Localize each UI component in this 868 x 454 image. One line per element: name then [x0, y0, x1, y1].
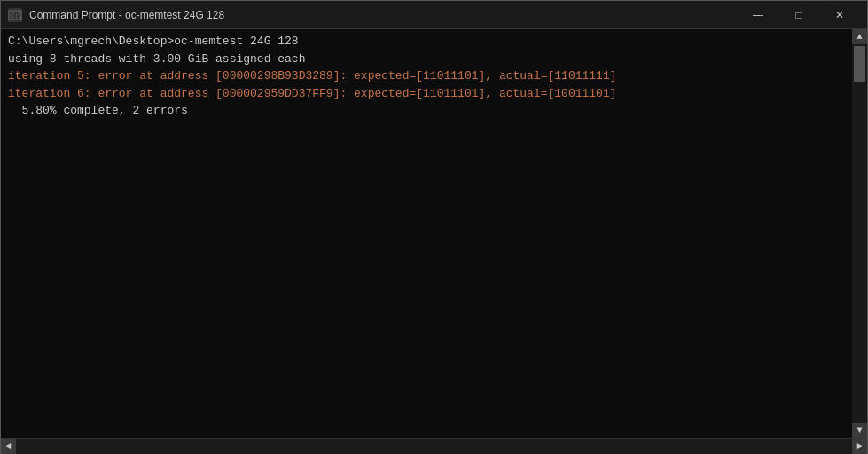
console-body: C:\Users\mgrech\Desktop>oc-memtest 24G 1… [1, 29, 867, 438]
horizontal-scrollbar[interactable]: ◄ ► [1, 438, 867, 453]
console-line: using 8 threads with 3.00 GiB assigned e… [8, 51, 842, 68]
scroll-down-arrow[interactable]: ▼ [852, 423, 867, 438]
scroll-left-arrow[interactable]: ◄ [1, 439, 16, 454]
console-line: C:\Users\mgrech\Desktop>oc-memtest 24G 1… [8, 33, 842, 51]
window-controls: — □ ✕ [738, 1, 860, 29]
scroll-right-arrow[interactable]: ► [852, 439, 867, 454]
minimize-button[interactable]: — [738, 1, 778, 29]
console-line: iteration 5: error at address [00000298B… [8, 67, 842, 85]
svg-text:C:\: C:\ [11, 12, 22, 20]
title-bar: C:\ Command Prompt - oc-memtest 24G 128 … [1, 1, 867, 29]
scrollbar-track [852, 44, 867, 423]
scroll-up-arrow[interactable]: ▲ [852, 29, 867, 44]
horizontal-scrollbar-track [16, 439, 852, 454]
console-content: C:\Users\mgrech\Desktop>oc-memtest 24G 1… [8, 33, 860, 120]
command-prompt-window: C:\ Command Prompt - oc-memtest 24G 128 … [0, 0, 868, 454]
window-icon: C:\ [8, 8, 22, 22]
window-title: Command Prompt - oc-memtest 24G 128 [29, 9, 738, 21]
close-button[interactable]: ✕ [819, 1, 860, 29]
scrollbar-thumb[interactable] [854, 46, 865, 82]
console-line: iteration 6: error at address [000002959… [8, 85, 842, 103]
maximize-button[interactable]: □ [778, 1, 819, 29]
console-line: 5.80% complete, 2 errors [8, 102, 842, 120]
vertical-scrollbar[interactable]: ▲ ▼ [852, 29, 867, 438]
